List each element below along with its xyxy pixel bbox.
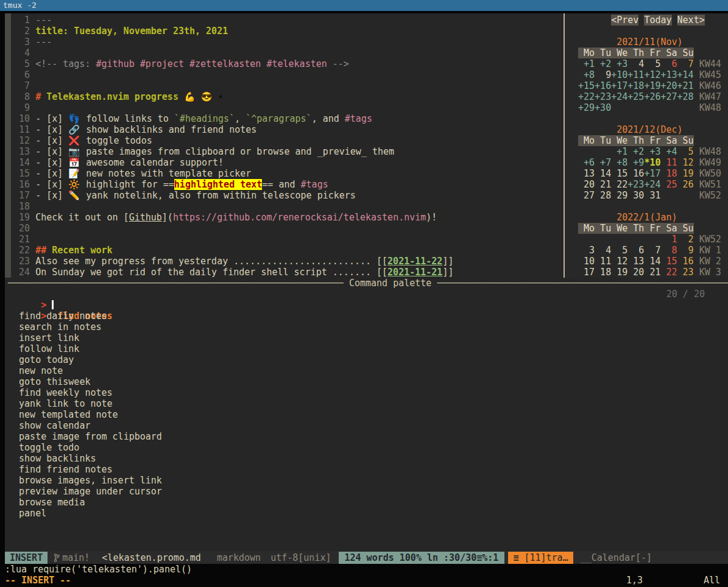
calendar-day[interactable]: 7 [644, 245, 660, 256]
editor-line[interactable]: 7 [13, 80, 453, 91]
calendar-day[interactable]: 19 [611, 267, 627, 278]
calendar-day[interactable]: 18 [595, 267, 611, 278]
calendar-day[interactable]: +2 [595, 58, 611, 69]
calendar-day[interactable]: +30 [595, 102, 611, 113]
editor-line[interactable]: 6 [13, 69, 453, 80]
calendar-day[interactable]: +7 [595, 157, 611, 168]
editor-line[interactable]: 12 - [x] ❌ toggle todos [13, 135, 453, 146]
calendar-day[interactable]: 26 [677, 179, 694, 190]
git-branch[interactable]: main! [54, 552, 90, 563]
calendar-today-button[interactable]: Today [644, 15, 671, 26]
calendar-day[interactable]: +24 [611, 91, 627, 102]
calendar-day[interactable]: 3 [578, 245, 595, 256]
editor-line[interactable]: 1 --- [13, 15, 453, 26]
palette-item[interactable]: browse images, insert link [5, 475, 728, 486]
calendar-day[interactable]: +3 [611, 58, 627, 69]
calendar-day[interactable]: 21 [595, 179, 611, 190]
palette-item[interactable]: new templated note [5, 409, 728, 420]
calendar-day[interactable]: 19 [677, 168, 694, 179]
calendar-day[interactable]: 6 [627, 245, 644, 256]
calendar-day[interactable]: +16 [595, 80, 611, 91]
calendar-day[interactable]: +17 [611, 80, 627, 91]
calendar-day[interactable]: 5 [644, 58, 660, 69]
palette-item[interactable]: yank link to note [5, 398, 728, 409]
palette-item[interactable]: goto today [5, 354, 728, 365]
calendar-day[interactable]: 15 [611, 168, 627, 179]
calendar-day[interactable]: +26 [644, 91, 660, 102]
calendar-day[interactable]: 29 [611, 190, 627, 201]
calendar-day[interactable]: +29 [578, 102, 595, 113]
calendar-day[interactable]: 20 [627, 267, 644, 278]
calendar-day[interactable]: 16 [677, 256, 694, 267]
palette-item[interactable]: find weekly notes [5, 387, 728, 398]
calendar-day[interactable]: 4 [627, 58, 644, 69]
calendar-day[interactable]: +25 [627, 91, 644, 102]
calendar-day[interactable]: 21 [644, 267, 660, 278]
calendar-day[interactable]: +11 [627, 69, 644, 80]
calendar-day[interactable]: 12 [611, 256, 627, 267]
calendar-day[interactable]: +17 [644, 168, 660, 179]
palette-item-selected[interactable]: >find notes [5, 300, 728, 311]
palette-item[interactable]: show calendar [5, 420, 728, 431]
calendar-day[interactable]: +19 [644, 80, 660, 91]
palette-item[interactable]: preview image under cursor [5, 486, 728, 497]
calendar-day[interactable]: 22 [611, 179, 627, 190]
editor-line[interactable]: 23 Also see my progress from yesterday .… [13, 256, 453, 267]
editor-line[interactable]: 17 - [x] ✏️ yank notelink, also from wit… [13, 190, 453, 201]
calendar-day[interactable]: 13 [627, 256, 644, 267]
calendar-day[interactable]: +22 [578, 91, 595, 102]
editor-line[interactable]: 14 - [x] 📅 awesome calendar support! [13, 157, 453, 168]
calendar-day[interactable]: 15 [660, 256, 677, 267]
calendar-day[interactable]: *10 [644, 157, 660, 168]
calendar-day[interactable]: 31 [644, 190, 660, 201]
editor-line[interactable]: 9 [13, 102, 453, 113]
calendar-day[interactable]: +9 [627, 157, 644, 168]
calendar-day[interactable]: +10 [611, 69, 627, 80]
palette-item[interactable]: follow link [5, 343, 728, 354]
calendar-day[interactable]: +6 [578, 157, 595, 168]
palette-item[interactable]: find daily notes [5, 311, 728, 322]
calendar-day[interactable]: 4 [595, 245, 611, 256]
calendar-day[interactable]: 5 [611, 245, 627, 256]
calendar-day[interactable]: 8 [660, 245, 677, 256]
palette-item[interactable]: goto thisweek [5, 376, 728, 387]
calendar-day[interactable]: 11 [595, 256, 611, 267]
calendar-day[interactable]: +21 [677, 80, 694, 91]
calendar-day[interactable]: +1 [611, 146, 627, 157]
calendar-day[interactable]: 20 [578, 179, 595, 190]
calendar-day[interactable]: 13 [578, 168, 595, 179]
calendar-day[interactable]: 28 [595, 190, 611, 201]
editor-line[interactable]: 3 --- [13, 37, 453, 47]
editor-line[interactable]: 10 - [x] 👣 follow links to `#headings`, … [13, 113, 453, 124]
calendar-day[interactable]: 11 [660, 157, 677, 168]
editor-line[interactable]: 2 title: Tuesday, November 23th, 2021 [13, 26, 453, 37]
palette-item[interactable]: show backlinks [5, 453, 728, 464]
calendar-day[interactable]: +28 [677, 91, 694, 102]
calendar-day[interactable]: 9 [677, 245, 694, 256]
calendar-day[interactable]: +18 [627, 80, 644, 91]
editor-line[interactable]: 21 [13, 234, 453, 245]
palette-prompt-row[interactable]: > 20 / 20 [5, 289, 728, 300]
calendar-prev-button[interactable]: <Prev [611, 15, 638, 26]
calendar-day[interactable]: 22 [660, 267, 677, 278]
editor-line[interactable]: 8 # Telekasten.nvim progress 💪 😎 ⚡ [13, 91, 453, 102]
calendar-day[interactable]: 12 [677, 157, 694, 168]
editor-line[interactable]: 13 - [x] 📷 paste images from clipboard o… [13, 146, 453, 157]
calendar-day[interactable]: +2 [627, 146, 644, 157]
calendar-day[interactable]: 30 [627, 190, 644, 201]
calendar-day[interactable]: +24 [644, 179, 660, 190]
palette-item[interactable]: paste image from clipboard [5, 431, 728, 442]
calendar-day[interactable]: 1 [660, 234, 677, 245]
editor-line[interactable]: 24 On Sunday we got rid of the daily fin… [13, 267, 453, 278]
calendar-day[interactable]: 9 [595, 69, 611, 80]
calendar-day[interactable]: +15 [578, 80, 595, 91]
calendar-day[interactable]: 7 [677, 58, 694, 69]
calendar-day[interactable]: +14 [677, 69, 694, 80]
calendar-day[interactable]: +1 [578, 58, 595, 69]
calendar-day[interactable]: 10 [578, 256, 595, 267]
palette-item[interactable]: panel [5, 508, 728, 519]
calendar-day[interactable]: 14 [644, 256, 660, 267]
calendar-day[interactable]: +20 [660, 80, 677, 91]
editor-line[interactable]: 11 - [x] 🔗 show backlinks and friend not… [13, 124, 453, 135]
calendar-day[interactable]: 25 [660, 179, 677, 190]
